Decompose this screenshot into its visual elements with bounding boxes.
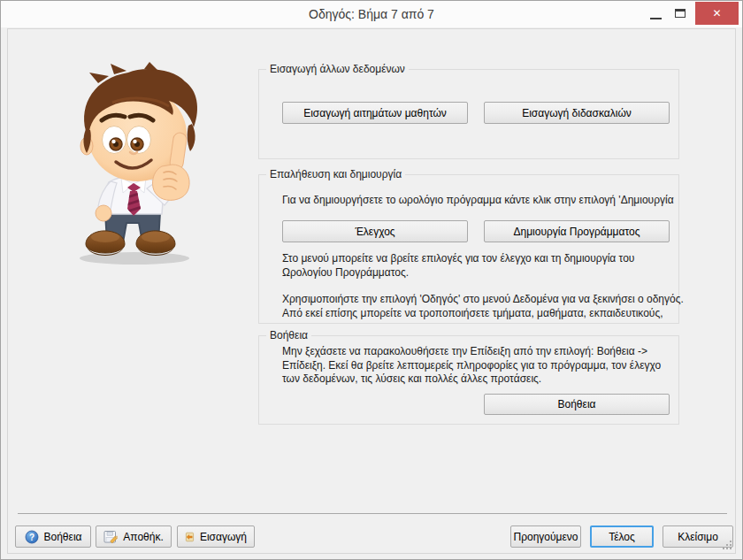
maximize-icon	[675, 9, 686, 18]
footer-separator	[18, 513, 727, 514]
close-icon: ✕	[712, 7, 721, 19]
import-student-requests-button[interactable]: Εισαγωγή αιτημάτων μαθητών	[282, 102, 468, 124]
titlebar: Οδηγός: Βήμα 7 από 7 ✕	[1, 1, 742, 27]
check-button[interactable]: Έλεγχος	[282, 220, 468, 242]
svg-text:?: ?	[28, 532, 34, 541]
mascot-illustration	[59, 62, 241, 270]
group-verify-title: Επαλήθευση και δημιουργία	[266, 168, 405, 180]
verify-paragraph-1: Στο μενού μπορείτε να βρείτε επιλογές γι…	[282, 252, 687, 280]
help-group-button[interactable]: Βοήθεια	[484, 394, 670, 415]
resize-grip[interactable]	[723, 541, 732, 549]
maximize-button[interactable]	[667, 1, 693, 26]
group-help-title: Βοήθεια	[266, 329, 311, 341]
verify-instruction-text: Για να δημιουργήσετε το ωρολόγιο πρόγραμ…	[282, 194, 682, 208]
footer-help-button[interactable]: ? Βοήθεια	[15, 525, 91, 548]
finish-button[interactable]: Τέλος	[590, 525, 654, 548]
footer-import-button[interactable]: Εισαγωγή	[177, 525, 255, 548]
import-icon	[185, 530, 195, 544]
group-import-title: Εισαγωγή άλλων δεδομένων	[266, 63, 409, 75]
close-button[interactable]: ✕	[695, 2, 739, 25]
save-icon	[103, 530, 118, 544]
help-icon: ?	[25, 530, 39, 544]
main-panel: Εισαγωγή άλλων δεδομένων Εισαγωγή αιτημά…	[7, 28, 736, 554]
verify-paragraph-2: Χρησιμοποιήστε την επιλογή 'Οδηγός' στο …	[282, 293, 693, 320]
import-teachings-button[interactable]: Εισαγωγή διδασκαλιών	[484, 102, 670, 124]
footer-save-button[interactable]: Αποθήκ.	[96, 525, 172, 548]
create-schedule-button[interactable]: Δημιουργία Προγράμματος	[484, 220, 670, 242]
minimize-icon	[650, 18, 662, 20]
minimize-button[interactable]	[642, 1, 669, 26]
previous-button[interactable]: Προηγούμενο	[510, 525, 581, 548]
wizard-dialog: Οδηγός: Βήμα 7 από 7 ✕	[0, 0, 743, 560]
window-title: Οδηγός: Βήμα 7 από 7	[1, 1, 742, 27]
help-paragraph: Μην ξεχάσετε να παρακολουθήσετε την Επίδ…	[282, 345, 680, 387]
